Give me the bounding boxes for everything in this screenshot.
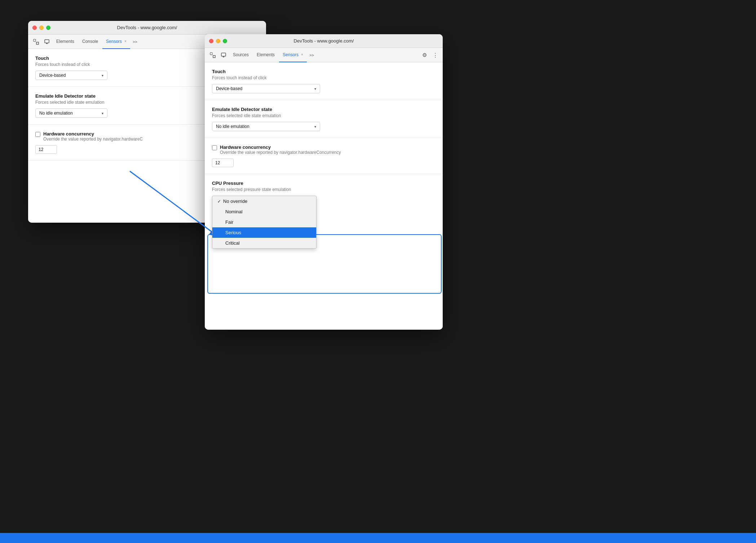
tab-close-front[interactable]: ×	[301, 53, 303, 57]
window-title-front: DevTools - www.google.com/	[294, 38, 354, 44]
inspect-icon-front[interactable]	[208, 50, 218, 60]
device-icon-front[interactable]	[218, 50, 229, 60]
minimize-button-front[interactable]	[216, 39, 220, 43]
window-title-back: DevTools - www.google.com/	[117, 25, 177, 30]
touch-chevron-front: ▾	[314, 87, 316, 91]
touch-chevron-back: ▾	[102, 74, 103, 77]
svg-rect-3	[46, 43, 48, 44]
hardware-checkbox-back[interactable]	[35, 132, 40, 137]
svg-rect-0	[34, 39, 36, 41]
cpu-option-nominal[interactable]: Nominal	[212, 206, 316, 217]
tab-sensors-front[interactable]: Sensors ×	[279, 48, 307, 62]
hardware-number-front[interactable]	[212, 159, 234, 167]
tab-more-back[interactable]: >>	[131, 40, 139, 44]
touch-section-front: Touch Forces touch instead of click Devi…	[205, 62, 443, 100]
cpu-pressure-section: CPU Pressure Forces selected pressure st…	[205, 174, 443, 265]
svg-rect-2	[45, 40, 49, 43]
traffic-lights-back	[32, 26, 50, 30]
svg-rect-9	[223, 57, 224, 57]
tab-close-back[interactable]: ×	[124, 39, 127, 43]
hardware-title-back: Hardware concurrency	[43, 131, 143, 137]
touch-subtitle-front: Forces touch instead of click	[212, 75, 436, 80]
maximize-button-back[interactable]	[46, 26, 50, 30]
hardware-number-back[interactable]	[35, 145, 57, 154]
idle-dropdown-back[interactable]: No idle emulation ▾	[35, 108, 107, 118]
cpu-pressure-title: CPU Pressure	[212, 181, 436, 186]
cpu-option-serious[interactable]: Serious	[212, 227, 316, 238]
cpu-option-fair[interactable]: Fair	[212, 217, 316, 227]
tab-sources-front[interactable]: Sources	[229, 48, 252, 62]
minimize-button-back[interactable]	[39, 26, 44, 30]
tab-console-back[interactable]: Console	[79, 35, 102, 49]
device-icon-back[interactable]	[42, 37, 52, 47]
hardware-title-front: Hardware concurrency	[220, 144, 341, 150]
close-button-front[interactable]	[209, 39, 213, 43]
cpu-pressure-subtitle: Forces selected pressure state emulation	[212, 187, 436, 192]
no-override-check: ✓	[217, 199, 221, 204]
touch-dropdown-back[interactable]: Device-based ▾	[35, 71, 107, 80]
tab-sensors-back[interactable]: Sensors ×	[102, 35, 130, 49]
panel-content-front: Touch Forces touch instead of click Devi…	[205, 62, 443, 330]
hardware-section-front: Hardware concurrency Override the value …	[205, 138, 443, 174]
svg-rect-8	[221, 53, 226, 56]
idle-chevron-front: ▾	[314, 125, 316, 129]
hardware-subtitle-back: Override the value reported by navigator…	[43, 137, 143, 142]
title-bar-back: DevTools - www.google.com/	[28, 21, 266, 35]
maximize-button-front[interactable]	[223, 39, 227, 43]
tab-elements-front[interactable]: Elements	[253, 48, 278, 62]
svg-rect-6	[210, 53, 212, 55]
tab-bar-front: Sources Elements Sensors × >> ⚙ ⋮	[205, 48, 443, 62]
hardware-checkbox-row-front: Hardware concurrency Override the value …	[212, 144, 436, 155]
svg-rect-1	[36, 42, 39, 44]
idle-dropdown-front[interactable]: No idle emulation ▾	[212, 122, 320, 131]
inspect-icon-back[interactable]	[31, 37, 41, 47]
idle-title-front: Emulate Idle Detector state	[212, 107, 436, 112]
touch-title-front: Touch	[212, 69, 436, 74]
hardware-subtitle-front: Override the value reported by navigator…	[220, 150, 341, 155]
cpu-option-no-override[interactable]: ✓ No override	[212, 196, 316, 206]
title-bar-front: DevTools - www.google.com/	[205, 34, 443, 48]
traffic-lights-front	[209, 39, 227, 43]
blue-bottom-bar	[0, 533, 756, 543]
hardware-checkbox-front[interactable]	[212, 145, 217, 150]
devtools-window-front: DevTools - www.google.com/ Sources Eleme…	[205, 34, 443, 330]
tab-more-front[interactable]: >>	[308, 53, 316, 57]
gear-icon-front[interactable]: ⚙	[420, 50, 429, 60]
touch-dropdown-front[interactable]: Device-based ▾	[212, 84, 320, 93]
cpu-dropdown-open[interactable]: ✓ No override Nominal Fair Serious	[212, 196, 317, 249]
tab-bar-right-front: ⚙ ⋮	[420, 50, 440, 60]
idle-subtitle-front: Forces selected idle state emulation	[212, 113, 436, 118]
tab-elements-back[interactable]: Elements	[53, 35, 78, 49]
cpu-option-critical[interactable]: Critical	[212, 238, 316, 248]
menu-icon-front[interactable]: ⋮	[430, 50, 440, 60]
close-button-back[interactable]	[32, 26, 37, 30]
svg-rect-7	[213, 55, 215, 58]
idle-chevron-back: ▾	[102, 111, 103, 115]
idle-section-front: Emulate Idle Detector state Forces selec…	[205, 100, 443, 138]
